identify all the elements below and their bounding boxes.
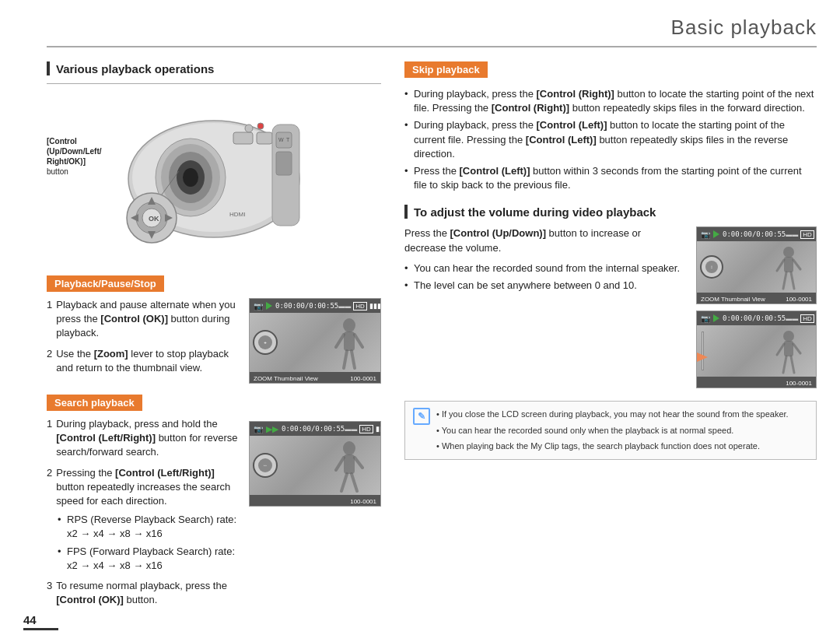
screen-body [697,325,816,377]
svg-text:HDMI: HDMI [229,211,245,218]
svg-line-40 [777,260,784,271]
svg-point-44 [783,331,794,342]
camera-svg: W T HDMI [78,93,311,263]
page-title-bar: Basic playback [47,16,817,47]
camera-area: [Control (Up/Down/Left/ Right/OK)] butto… [47,93,381,265]
list-item: 1 During playback, press and hold the [C… [47,417,241,460]
silhouette-figure-2 [322,440,376,495]
skip-playback-bullets: During playback, press the [Control (Rig… [404,87,817,192]
ff-icon: ▶▶ [266,425,278,433]
battery-icon: ▮▮▮ [376,425,381,433]
svg-line-42 [783,272,786,289]
screen-footer: 100-0001 [697,377,816,388]
hd-badge: HD [359,425,373,433]
hd-badge: HD [800,314,814,323]
volume-screens-area: 📷 0:00:00/0:00:55 ▬▬ HD ▮▮▮ [696,226,817,388]
item-num: 2 [47,347,52,375]
svg-rect-39 [784,257,793,272]
note-item: • You can hear the recorded sound only w… [436,424,789,437]
list-item: 1 Playback and pause alternate when you … [47,298,241,341]
volume-indicator [697,353,708,362]
svg-rect-7 [233,132,253,144]
item-num: 3 [47,579,52,607]
bullet-item: Press the [Control (Left)] button within… [404,164,817,192]
item-text: During playback, press and hold the [Con… [56,417,241,460]
cam-icon: 📷 [701,314,710,323]
volume-bar [702,332,704,370]
note-item: • If you close the LCD screen during pla… [436,408,789,421]
svg-line-28 [336,335,344,347]
section-bar [404,205,408,219]
screen-header-left: 📷 0:00:00/0:00:55 [254,302,338,310]
time-display: 0:00:00/0:00:55 [275,302,338,310]
svg-line-29 [355,335,362,347]
svg-point-26 [343,318,355,332]
search-playback-heading: Search playback [47,395,142,411]
svg-point-32 [343,441,355,455]
svg-rect-8 [257,132,272,144]
page-number-area: 44 [23,613,58,630]
silhouette-figure [322,317,376,372]
svg-text:OK: OK [149,215,159,223]
svg-rect-33 [344,454,355,474]
svg-rect-27 [344,332,355,351]
control-wheel: ↕ [700,255,723,279]
volume-bullets: You can hear the recorded sound from the… [404,261,684,293]
screen-header: 📷 0:00:00/0:00:55 ▬▬ HD ▮▮▮ [250,299,380,313]
screen-thumbnail-search: 📷 ▶▶ 0:00:00/0:00:55 ▬▬ HD ▮▮▮ [249,421,381,507]
time-display: 0:00:00/0:00:55 [282,425,345,433]
item-text: Playback and pause alternate when you pr… [56,298,241,341]
search-bullet-list: RPS (Reverse Playback Search) rate: x2 →… [58,513,241,573]
screen-header-left: 📷 0:00:00/0:00:55 [701,314,786,323]
hd-badge: HD [800,230,814,239]
signal-icon: ▬▬ [345,426,357,433]
page-title: Basic playback [671,16,817,39]
cam-icon: 📷 [254,425,263,433]
screen-header-right: ▬▬ HD ▮▮▮ [786,230,817,239]
battery-icon: ▮▮▮ [369,302,381,310]
page: Basic playback Various playback operatio… [0,0,840,642]
file-label: 100-0001 [350,375,376,382]
hd-badge: HD [353,302,367,310]
section-adjust-volume: To adjust the volume during video playba… [404,205,817,388]
svg-line-48 [783,356,786,373]
list-item-3: 3 To resume normal playback, press the [… [47,579,241,607]
screen-footer: ZOOM Thumbnail View 100-0001 [250,372,380,384]
search-playback-content: 1 During playback, press and hold the [C… [47,417,241,607]
play-icon [713,230,719,238]
svg-point-38 [783,247,794,258]
left-column: Various playback operations [Control (Up… [47,61,381,607]
camera-illustration: W T HDMI [78,93,311,261]
section-divider [47,83,381,84]
volume-screen-1: 📷 0:00:00/0:00:55 ▬▬ HD ▮▮▮ [696,226,817,304]
item-num: 1 [47,298,52,341]
file-label: 100-0001 [786,296,812,303]
bullet-item: During playback, press the [Control (Rig… [404,87,817,115]
volume-text-area: Press the [Control (Up/Down)] button to … [404,226,684,299]
section-heading-volume: To adjust the volume during video playba… [404,205,817,219]
volume-intro: Press the [Control (Up/Down)] button to … [404,226,684,254]
play-icon [713,314,719,322]
right-column: Skip playback During playback, press the… [404,61,817,607]
svg-point-6 [183,168,198,187]
playback-pause-stop-heading: Playback/Pause/Stop [47,275,164,292]
section-heading-various: Various playback operations [47,61,381,75]
thumb-label: ZOOM Thumbnail View [701,296,765,303]
screen-header-right: ▬▬ HD ▮▮▮ [786,314,817,323]
note-icon: ✎ [413,408,430,425]
file-label: 100-0001 [786,380,812,387]
screen-header: 📷 0:00:00/0:00:55 ▬▬ HD ▮▮▮ [697,311,816,325]
section-title-various: Various playback operations [56,62,214,75]
screen-body: ↕ [697,241,816,293]
screen-body: ↔ [250,436,380,495]
section-bar [47,61,50,75]
section-search-playback: Search playback 1 During playback, press… [47,395,381,607]
svg-point-14 [245,125,253,132]
screen-header: 📷 0:00:00/0:00:55 ▬▬ HD ▮▮▮ [697,227,816,241]
section-title-volume: To adjust the volume during video playba… [414,205,656,219]
note-list: • If you close the LCD screen during pla… [436,408,789,453]
section-various-playback: Various playback operations [Control (Up… [47,61,381,265]
thumb-label: ZOOM Thumbnail View [254,375,318,382]
svg-line-46 [777,344,784,355]
item-num: 1 [47,417,52,460]
